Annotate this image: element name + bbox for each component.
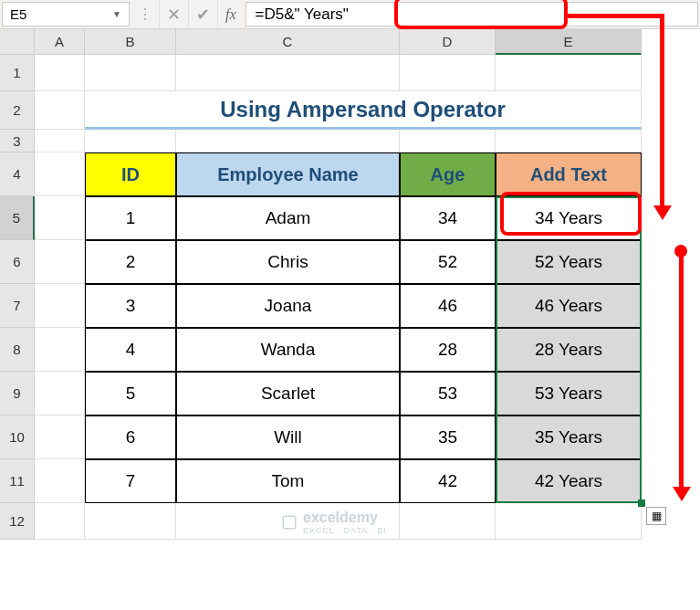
row-header-9[interactable]: 9 bbox=[0, 372, 35, 415]
fill-handle[interactable] bbox=[638, 500, 645, 507]
cell-text[interactable]: 28 Years bbox=[496, 328, 642, 372]
cell-age[interactable]: 34 bbox=[400, 196, 496, 240]
cell-age[interactable]: 42 bbox=[400, 459, 496, 503]
header-id[interactable]: ID bbox=[85, 152, 176, 196]
cell-name[interactable]: Tom bbox=[176, 459, 400, 503]
separator-icon: ⋮ bbox=[131, 0, 159, 28]
cell-name[interactable]: Adam bbox=[176, 196, 400, 240]
col-header-a[interactable]: A bbox=[35, 29, 85, 55]
cell-e1[interactable] bbox=[496, 55, 642, 91]
cell-c3[interactable] bbox=[176, 130, 400, 152]
check-icon[interactable]: ✔ bbox=[188, 0, 217, 28]
col-header-b[interactable]: B bbox=[85, 29, 176, 55]
cell-d3[interactable] bbox=[400, 130, 496, 152]
cell-c12[interactable] bbox=[176, 503, 400, 540]
cell-a6[interactable] bbox=[35, 240, 85, 284]
cell-a8[interactable] bbox=[35, 328, 85, 372]
cell-name[interactable]: Wanda bbox=[176, 328, 400, 372]
cell-id[interactable]: 5 bbox=[85, 372, 176, 415]
name-box[interactable]: E5 ▼ bbox=[2, 2, 130, 26]
cell-a11[interactable] bbox=[35, 459, 85, 503]
cell-e3[interactable] bbox=[496, 130, 642, 152]
cancel-icon[interactable]: ✕ bbox=[159, 0, 188, 28]
cell-id[interactable]: 3 bbox=[85, 284, 176, 328]
cell-text[interactable]: 35 Years bbox=[496, 415, 642, 459]
cell-name[interactable]: Chris bbox=[176, 240, 400, 284]
col-header-c[interactable]: C bbox=[176, 29, 400, 55]
formula-text: =D5&" Years" bbox=[256, 5, 349, 24]
cell-b12[interactable] bbox=[85, 503, 176, 540]
select-all-corner[interactable] bbox=[0, 29, 35, 55]
cell-age[interactable]: 53 bbox=[400, 372, 496, 415]
cell-a2[interactable] bbox=[35, 91, 85, 130]
header-addtext[interactable]: Add Text bbox=[496, 152, 642, 196]
cell-name[interactable]: Joana bbox=[176, 284, 400, 328]
cell-a1[interactable] bbox=[35, 55, 85, 91]
row-header-11[interactable]: 11 bbox=[0, 459, 35, 503]
row-header-3[interactable]: 3 bbox=[0, 130, 35, 152]
header-age[interactable]: Age bbox=[400, 152, 496, 196]
spreadsheet: 1 2 3 4 5 6 7 8 9 10 11 12 A B C D E bbox=[0, 29, 700, 610]
table-row: 2 Chris 52 52 Years bbox=[35, 240, 642, 284]
row-header-10[interactable]: 10 bbox=[0, 415, 35, 459]
chevron-down-icon[interactable]: ▼ bbox=[112, 9, 121, 19]
cell-text[interactable]: 42 Years bbox=[496, 459, 642, 503]
cell-d1[interactable] bbox=[400, 55, 496, 91]
table-row: 4 Wanda 28 28 Years bbox=[35, 328, 642, 372]
cell-d12[interactable] bbox=[400, 503, 496, 540]
cell-age[interactable]: 35 bbox=[400, 415, 496, 459]
cell-c1[interactable] bbox=[176, 55, 400, 91]
row-header-2[interactable]: 2 bbox=[0, 91, 35, 130]
cell-id[interactable]: 2 bbox=[85, 240, 176, 284]
table-row: 3 Joana 46 46 Years bbox=[35, 284, 642, 328]
table-row: 1 Adam 34 34 Years bbox=[35, 196, 642, 240]
formula-input[interactable]: =D5&" Years" bbox=[246, 2, 698, 26]
col-header-e[interactable]: E bbox=[496, 29, 642, 55]
row-header-col: 1 2 3 4 5 6 7 8 9 10 11 12 bbox=[0, 29, 35, 610]
cell-text[interactable]: 34 Years bbox=[496, 196, 642, 240]
row-header-5[interactable]: 5 bbox=[0, 196, 35, 240]
row-header-1[interactable]: 1 bbox=[0, 55, 35, 91]
cell-id[interactable]: 7 bbox=[85, 459, 176, 503]
cell-a4[interactable] bbox=[35, 152, 85, 196]
table-row: 6 Will 35 35 Years bbox=[35, 415, 642, 459]
title-cell[interactable]: Using Ampersand Operator bbox=[85, 91, 642, 130]
cell-e12[interactable] bbox=[496, 503, 642, 540]
annotation-dot bbox=[674, 245, 687, 258]
cell-age[interactable]: 28 bbox=[400, 328, 496, 372]
cell-a9[interactable] bbox=[35, 372, 85, 415]
fx-icon[interactable]: fx bbox=[217, 0, 244, 28]
cell-a3[interactable] bbox=[35, 130, 85, 152]
autofill-options-button[interactable]: ▦ bbox=[646, 507, 666, 525]
row-header-8[interactable]: 8 bbox=[0, 328, 35, 372]
header-name[interactable]: Employee Name bbox=[176, 152, 400, 196]
cell-age[interactable]: 46 bbox=[400, 284, 496, 328]
cell-id[interactable]: 4 bbox=[85, 328, 176, 372]
cell-text[interactable]: 52 Years bbox=[496, 240, 642, 284]
formula-bar: E5 ▼ ⋮ ✕ ✔ fx =D5&" Years" bbox=[0, 0, 700, 29]
cell-a12[interactable] bbox=[35, 503, 85, 540]
row-header-12[interactable]: 12 bbox=[0, 503, 35, 540]
cell-a10[interactable] bbox=[35, 415, 85, 459]
cell-name[interactable]: Will bbox=[176, 415, 400, 459]
cell-text[interactable]: 53 Years bbox=[496, 372, 642, 415]
row-header-6[interactable]: 6 bbox=[0, 240, 35, 284]
cell-b1[interactable] bbox=[85, 55, 176, 91]
cell-a7[interactable] bbox=[35, 284, 85, 328]
row-header-4[interactable]: 4 bbox=[0, 152, 35, 196]
cell-a5[interactable] bbox=[35, 196, 85, 240]
row-header-7[interactable]: 7 bbox=[0, 284, 35, 328]
table-row: 7 Tom 42 42 Years bbox=[35, 459, 642, 503]
cell-age[interactable]: 52 bbox=[400, 240, 496, 284]
cell-id[interactable]: 1 bbox=[85, 196, 176, 240]
name-box-value: E5 bbox=[10, 6, 26, 22]
col-header-d[interactable]: D bbox=[400, 29, 496, 55]
cell-id[interactable]: 6 bbox=[85, 415, 176, 459]
cell-text[interactable]: 46 Years bbox=[496, 284, 642, 328]
cell-b3[interactable] bbox=[85, 130, 176, 152]
cell-name[interactable]: Scarlet bbox=[176, 372, 400, 415]
grid-area: A B C D E Using Ampersand Operator bbox=[35, 29, 642, 610]
table-row: 5 Scarlet 53 53 Years bbox=[35, 372, 642, 415]
